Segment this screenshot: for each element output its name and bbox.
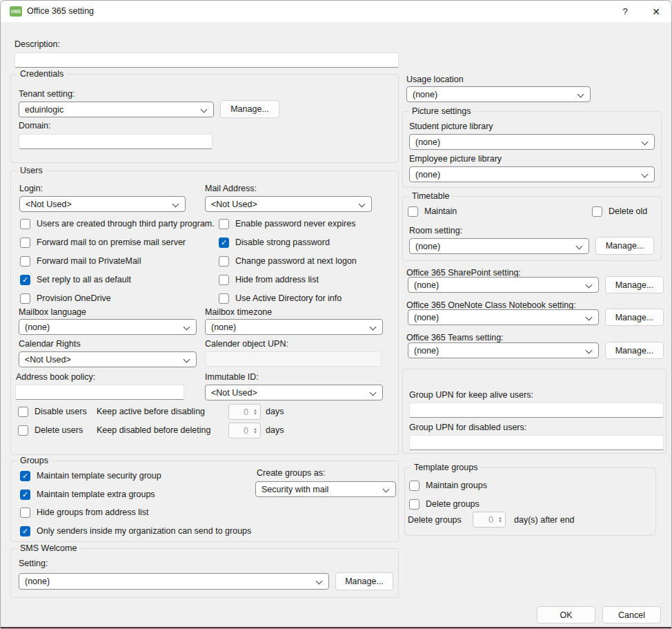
usage-location-select[interactable]: (none) [406,86,591,102]
help-button[interactable]: ? [611,1,639,22]
chevron-down-icon [577,91,584,98]
checkbox-label: Disable strong password [235,238,330,247]
check-third-party-program[interactable]: Users are created through third party pr… [20,218,215,229]
mail-address-label: Mail Address: [205,184,257,194]
group-upn-keep-alive-input[interactable] [409,403,664,418]
checkbox[interactable] [219,275,229,285]
calendar-rights-value: <Not Used> [25,355,71,365]
immutable-id-select[interactable]: <Not Used> [205,385,383,400]
checkbox[interactable] [219,238,229,248]
student-picture-library-value: (none) [415,137,440,147]
checkbox[interactable] [20,275,30,285]
titlebar: UMS Office 365 setting ? ✕ [1,1,671,22]
teams-manage-button[interactable]: Manage... [605,342,664,359]
sms-setting-label: Setting: [19,559,48,569]
check-maintain-extra-groups[interactable]: Maintain template extra groups [20,489,155,500]
checkbox[interactable] [18,425,28,436]
checkbox[interactable] [18,407,28,417]
domain-input[interactable] [19,134,213,149]
close-icon[interactable]: ✕ [642,1,670,22]
group-upn-keep-alive-label: Group UPN for keep alive users: [409,390,533,400]
teams-setting-select[interactable]: (none) [408,342,599,358]
check-provision-onedrive[interactable]: Provision OneDrive [20,293,111,304]
check-timetable-maintain[interactable]: Maintain [408,206,457,217]
ums-app-icon: UMS [10,6,22,17]
spinner-up-down-icon[interactable]: ▲▼ [495,512,505,527]
check-timetable-delete-old[interactable]: Delete old [592,206,647,217]
chevron-down-icon [172,201,179,208]
chevron-down-icon [586,282,593,289]
sharepoint-manage-button[interactable]: Manage... [605,276,664,293]
address-book-policy-input[interactable] [15,385,184,400]
check-change-password-next-logon[interactable]: Change password at next logon [219,255,357,267]
calendar-rights-select[interactable]: <Not Used> [19,351,197,367]
checkbox[interactable] [409,481,419,491]
usage-location-value: (none) [413,90,437,99]
teams-setting-value: (none) [414,346,439,356]
check-only-internal-senders[interactable]: Only senders inside my organization can … [20,525,251,536]
sms-setting-select[interactable]: (none) [19,573,329,590]
check-set-reply-all[interactable]: Set reply to all as default [20,274,131,285]
mailbox-timezone-select[interactable]: (none) [205,319,383,335]
checkbox[interactable] [20,238,30,248]
check-use-active-directory[interactable]: Use Active Directory for info [219,293,342,304]
sms-manage-button[interactable]: Manage... [335,572,393,590]
spinner-up-down-icon[interactable]: ▲▼ [250,405,260,419]
delete-groups-days-spinner[interactable]: 0 ▲▼ [473,512,506,528]
checkbox[interactable] [219,256,229,267]
check-disable-strong-password[interactable]: Disable strong password [219,237,330,248]
sharepoint-setting-select[interactable]: (none) [408,277,599,293]
check-forward-on-premise[interactable]: Forward mail to on premise mail server [20,237,186,248]
description-input[interactable] [14,52,399,68]
check-delete-groups[interactable]: Delete groups [409,499,480,510]
check-password-never-expires[interactable]: Enable password never expires [219,218,355,229]
checkbox[interactable] [219,219,229,229]
check-maintain-security-group[interactable]: Maintain template security group [20,470,161,481]
checkbox[interactable] [20,507,30,518]
room-manage-button[interactable]: Manage... [595,237,654,255]
login-select[interactable]: <Not Used> [19,196,186,212]
address-book-policy-label: Address book policy: [16,372,95,383]
room-setting-select[interactable]: (none) [409,238,589,254]
spinner-up-down-icon[interactable]: ▲▼ [250,423,260,438]
check-forward-privatemail[interactable]: Forward mail to PrivateMail [20,255,141,267]
mailbox-language-select[interactable]: (none) [19,319,197,335]
checkbox[interactable] [592,206,602,217]
checkbox[interactable] [20,471,30,481]
student-picture-library-select[interactable]: (none) [409,134,655,150]
credentials-legend: Credentials [17,69,66,79]
checkbox[interactable] [408,206,418,217]
checkbox[interactable] [20,526,30,536]
tenant-setting-value: eduinlogic [25,105,63,115]
check-delete-users[interactable]: Delete users [18,425,83,436]
checkbox[interactable] [20,219,30,229]
checkbox[interactable] [20,490,30,500]
onenote-manage-button[interactable]: Manage... [605,309,664,326]
checkbox[interactable] [20,256,30,267]
employee-picture-library-select[interactable]: (none) [409,166,655,182]
checkbox[interactable] [409,499,419,510]
sms-welcome-legend: SMS Welcome [17,543,79,553]
checkbox[interactable] [219,293,229,304]
check-hide-from-address-list[interactable]: Hide from address list [219,274,319,285]
tenant-setting-select[interactable]: eduinlogic [19,101,214,117]
group-upn-disabled-input[interactable] [409,435,664,450]
cancel-button[interactable]: Cancel [602,606,661,623]
keep-active-days-spinner[interactable]: 0 ▲▼ [228,404,261,420]
mail-address-value: <Not Used> [211,200,257,209]
checkbox[interactable] [20,293,30,304]
mailbox-timezone-value: (none) [211,322,236,332]
chevron-down-icon [370,389,377,396]
check-maintain-groups[interactable]: Maintain groups [409,480,487,491]
groups-legend: Groups [17,456,51,465]
ok-button[interactable]: OK [537,606,595,623]
tenant-manage-button[interactable]: Manage... [220,100,279,118]
keep-active-label: Keep active before disabling [97,407,205,417]
create-groups-as-select[interactable]: Security with mail [255,481,396,497]
onenote-setting-select[interactable]: (none) [408,309,599,325]
keep-disabled-days-spinner[interactable]: 0 ▲▼ [228,423,261,438]
mail-address-select[interactable]: <Not Used> [205,196,372,212]
chevron-down-icon [359,201,366,208]
check-disable-users[interactable]: Disable users [18,406,87,417]
check-hide-groups-address-list[interactable]: Hide groups from address list [20,507,149,518]
